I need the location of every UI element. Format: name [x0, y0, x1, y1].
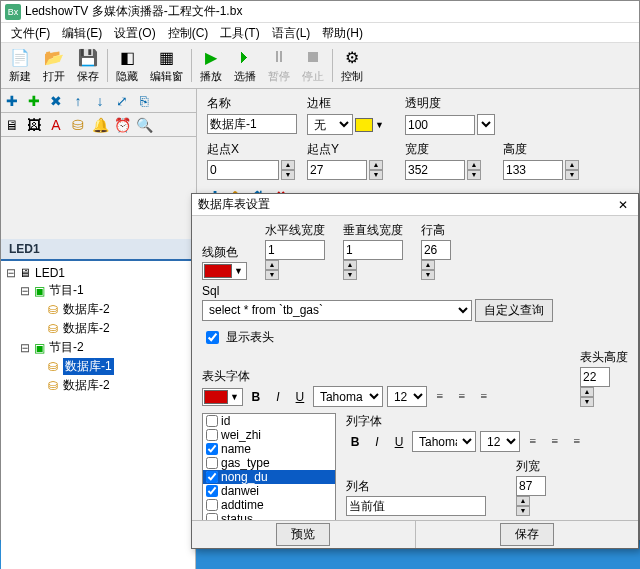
col-align-center-icon[interactable]: ≡ [546, 433, 564, 451]
vwidth-spinner[interactable]: ▲▼ [343, 260, 357, 280]
close-icon[interactable]: ✕ [614, 198, 632, 212]
db-icon[interactable]: ⛁ [69, 116, 87, 134]
save-button[interactable]: 💾保存 [71, 45, 105, 86]
sql-select[interactable]: select * from `tb_gas` [202, 300, 472, 321]
dialog-save-button[interactable]: 保存 [500, 523, 554, 546]
colname-input[interactable] [346, 496, 486, 516]
resize-icon[interactable]: ⤢ [113, 92, 131, 110]
editwin-button[interactable]: ▦编辑窗 [144, 45, 189, 86]
new-button[interactable]: 📄新建 [3, 45, 37, 86]
menu-lang[interactable]: 语言(L) [266, 23, 317, 42]
play-button[interactable]: ▶播放 [194, 45, 228, 86]
border-color-swatch[interactable] [355, 118, 373, 132]
tree-prog2[interactable]: ⊟▣节目-2 [5, 338, 191, 357]
col-align-right-icon[interactable]: ≡ [568, 433, 586, 451]
clone-icon[interactable]: ⎘ [135, 92, 153, 110]
startx-input[interactable] [207, 160, 279, 180]
stop-button[interactable]: ⏹停止 [296, 45, 330, 86]
rowh-spinner[interactable]: ▲▼ [421, 260, 435, 280]
field-checkbox[interactable] [206, 415, 218, 427]
clock-icon[interactable]: ⏰ [113, 116, 131, 134]
field-item-wei_zhi[interactable]: wei_zhi [203, 428, 335, 442]
bold-button[interactable]: B [247, 388, 265, 406]
header-font-select[interactable]: Tahoma [313, 386, 383, 407]
selectplay-button[interactable]: ⏵选播 [228, 45, 262, 86]
hwidth-spinner[interactable]: ▲▼ [265, 260, 279, 280]
headerh-spinner[interactable]: ▲▼ [580, 387, 594, 407]
pause-button[interactable]: ⏸暂停 [262, 45, 296, 86]
bell-icon[interactable]: 🔔 [91, 116, 109, 134]
startx-spinner[interactable]: ▲▼ [281, 160, 295, 180]
add2-icon[interactable]: ✚ [25, 92, 43, 110]
chevron-down-icon[interactable]: ▼ [375, 120, 384, 130]
screen-icon[interactable]: 🖥 [3, 116, 21, 134]
opacity-input[interactable] [405, 115, 475, 135]
tree-prog1[interactable]: ⊟▣节目-1 [5, 281, 191, 300]
field-item-id[interactable]: id [203, 414, 335, 428]
opacity-dd[interactable] [477, 114, 495, 135]
line-color-button[interactable]: ▼ [202, 262, 247, 280]
menu-file[interactable]: 文件(F) [5, 23, 56, 42]
tree-view[interactable]: ⊟🖥LED1 ⊟▣节目-1 ⛁数据库-2 ⛁数据库-2 ⊟▣节目-2 ⛁数据库-… [1, 261, 195, 569]
field-checkbox[interactable] [206, 457, 218, 469]
tree-db-b2[interactable]: ⛁数据库-2 [5, 376, 191, 395]
hwidth-input[interactable] [265, 240, 325, 260]
italic-button[interactable]: I [269, 388, 287, 406]
width-spinner[interactable]: ▲▼ [467, 160, 481, 180]
tree-db-a1[interactable]: ⛁数据库-2 [5, 300, 191, 319]
control-button[interactable]: ⚙控制 [335, 45, 369, 86]
field-checkbox[interactable] [206, 485, 218, 497]
colwidth-spinner[interactable]: ▲▼ [516, 496, 530, 516]
field-checkbox[interactable] [206, 499, 218, 511]
align-center-icon[interactable]: ≡ [453, 388, 471, 406]
height-spinner[interactable]: ▲▼ [565, 160, 579, 180]
tree-db-a2[interactable]: ⛁数据库-2 [5, 319, 191, 338]
search-icon[interactable]: 🔍 [135, 116, 153, 134]
down-icon[interactable]: ↓ [91, 92, 109, 110]
field-list[interactable]: idwei_zhinamegas_typenong_dudanweiaddtim… [202, 413, 336, 520]
vwidth-input[interactable] [343, 240, 403, 260]
hide-button[interactable]: ◧隐藏 [110, 45, 144, 86]
colwidth-input[interactable] [516, 476, 546, 496]
field-checkbox[interactable] [206, 513, 218, 520]
field-item-danwei[interactable]: danwei [203, 484, 335, 498]
col-font-select[interactable]: Tahoma [412, 431, 476, 452]
tree-db-b1[interactable]: ⛁数据库-1 [5, 357, 191, 376]
add-icon[interactable]: ✚ [3, 92, 21, 110]
field-item-gas_type[interactable]: gas_type [203, 456, 335, 470]
tab-led1[interactable]: LED1 [1, 239, 195, 261]
height-input[interactable] [503, 160, 563, 180]
preview-button[interactable]: 预览 [276, 523, 330, 546]
menu-setup[interactable]: 设置(O) [108, 23, 161, 42]
align-right-icon[interactable]: ≡ [475, 388, 493, 406]
header-font-color-button[interactable]: ▼ [202, 388, 243, 406]
field-item-status[interactable]: status [203, 512, 335, 520]
menu-help[interactable]: 帮助(H) [316, 23, 369, 42]
border-select[interactable]: 无 [307, 114, 353, 135]
menu-edit[interactable]: 编辑(E) [56, 23, 108, 42]
field-checkbox[interactable] [206, 471, 218, 483]
header-fontsize-select[interactable]: 12 [387, 386, 427, 407]
menu-tool[interactable]: 工具(T) [214, 23, 265, 42]
up-icon[interactable]: ↑ [69, 92, 87, 110]
field-item-nong_du[interactable]: nong_du [203, 470, 335, 484]
open-button[interactable]: 📂打开 [37, 45, 71, 86]
starty-spinner[interactable]: ▲▼ [369, 160, 383, 180]
col-italic-button[interactable]: I [368, 433, 386, 451]
text-icon[interactable]: A [47, 116, 65, 134]
align-left-icon[interactable]: ≡ [431, 388, 449, 406]
tree-root[interactable]: ⊟🖥LED1 [5, 265, 191, 281]
col-fontsize-select[interactable]: 12 [480, 431, 520, 452]
col-underline-button[interactable]: U [390, 433, 408, 451]
name-input[interactable] [207, 114, 297, 134]
headerh-input[interactable] [580, 367, 610, 387]
field-checkbox[interactable] [206, 443, 218, 455]
field-item-addtime[interactable]: addtime [203, 498, 335, 512]
col-bold-button[interactable]: B [346, 433, 364, 451]
underline-button[interactable]: U [291, 388, 309, 406]
width-input[interactable] [405, 160, 465, 180]
image-icon[interactable]: 🖼 [25, 116, 43, 134]
show-header-checkbox[interactable] [206, 331, 219, 344]
rowh-input[interactable] [421, 240, 451, 260]
field-item-name[interactable]: name [203, 442, 335, 456]
